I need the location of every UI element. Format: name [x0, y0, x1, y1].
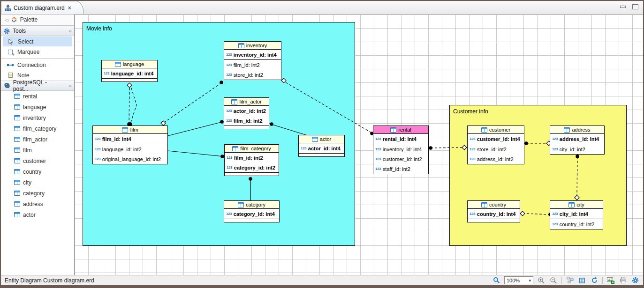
sidebar-table-language[interactable]: language [1, 102, 74, 112]
column-row-store_id[interactable]: 123store_id: int2 [224, 70, 281, 80]
column-row-category_id[interactable]: 123category_id: int2 [225, 162, 279, 172]
connection-inventory-film[interactable] [165, 83, 221, 122]
zoom-out-icon[interactable] [549, 277, 558, 284]
arrange-diagram-icon[interactable] [566, 277, 574, 284]
entity-header[interactable]: customer [468, 126, 524, 134]
sidebar-table-country[interactable]: country [1, 166, 74, 177]
column-row-inventory_id[interactable]: 123inventory_id: int4 [224, 50, 281, 59]
refresh-icon[interactable] [590, 277, 599, 284]
entity-header[interactable]: language [102, 60, 157, 68]
column-row-film_id[interactable]: 123film_id: int2 [225, 153, 279, 162]
column-row-address_id[interactable]: 123address_id: int4 [550, 134, 604, 144]
column-row-language_id[interactable]: 123language_id: int2 [93, 144, 167, 154]
settings-gear-icon[interactable] [631, 277, 639, 284]
connection-film_category-film[interactable] [168, 151, 223, 156]
connection-rental-customer[interactable] [431, 148, 462, 148]
column-row-actor_id[interactable]: 123actor_id: int2 [224, 106, 269, 116]
connection-rental-inventory[interactable] [286, 82, 372, 133]
zoom-level-select[interactable]: 100% ▾ [504, 276, 533, 284]
tab-close-icon[interactable]: × [68, 5, 71, 11]
column-row-address_id[interactable]: 123address_id: int2 [468, 154, 524, 164]
tool-item-marquee[interactable]: Marquee [3, 47, 72, 57]
erd-canvas[interactable]: Movie infoCustomer infolanguage123langua… [75, 15, 643, 275]
tool-item-connection[interactable]: Connection [3, 60, 72, 70]
column-row-customer_id[interactable]: 123customer_id: int2 [373, 154, 428, 164]
connection-city-country[interactable] [524, 214, 550, 214]
column-row-inventory_id[interactable]: 123inventory_id: int4 [373, 144, 428, 154]
entity-header[interactable]: film [93, 126, 167, 134]
entity-header[interactable]: inventory [224, 42, 281, 50]
column-row-city_id[interactable]: 123city_id: int2 [550, 144, 604, 154]
column-row-store_id[interactable]: 123store_id: int2 [468, 144, 524, 154]
entity-header[interactable]: film_category [225, 145, 279, 153]
entity-table-category[interactable]: category123category_id: int4 [224, 200, 280, 222]
entity-header[interactable]: rental [373, 126, 428, 134]
entity-table-city[interactable]: city123city_id: int4123country_id: int2 [550, 200, 603, 229]
column-row-actor_id[interactable]: 123actor_id: int4 [299, 143, 344, 153]
entity-table-film_actor[interactable]: film_actor123actor_id: int2123film_id: i… [224, 97, 269, 129]
column-row-film_id[interactable]: 123film_id: int4 [93, 134, 167, 144]
save-image-icon[interactable] [606, 277, 615, 284]
column-label: film_id: int2 [234, 118, 263, 124]
entity-table-customer[interactable]: customer123customer_id: int4123store_id:… [467, 126, 524, 164]
entity-header[interactable]: actor [299, 135, 344, 143]
column-row-rental_id[interactable]: 123rental_id: int4 [373, 134, 428, 144]
column-row-customer_id[interactable]: 123customer_id: int4 [468, 134, 524, 144]
palette-header[interactable]: ◁ Palette [1, 15, 74, 26]
column-row-language_id[interactable]: 123language_id: int4 [102, 68, 157, 78]
sidebar-table-actor[interactable]: actor [1, 209, 74, 220]
numeric-type-icon: 123 [226, 73, 232, 77]
column-row-film_id[interactable]: 123film_id: int2 [224, 60, 281, 70]
search-magnifier-icon[interactable] [492, 277, 500, 284]
entity-table-language[interactable]: language123language_id: int4 [101, 60, 158, 82]
print-icon[interactable] [619, 277, 627, 284]
connection-address-city[interactable] [577, 156, 577, 195]
numeric-type-icon: 123 [95, 157, 100, 161]
connection-film-language[interactable] [130, 88, 136, 124]
sidebar-table-film[interactable]: film [1, 145, 74, 155]
sidebar-table-category[interactable]: category [1, 188, 74, 199]
fk-end-dot [220, 81, 223, 84]
connection-film_actor-film[interactable] [168, 122, 223, 136]
entity-header[interactable]: address [550, 126, 604, 134]
connection-film-language[interactable] [129, 88, 129, 124]
column-row-staff_id[interactable]: 123staff_id: int2 [373, 164, 428, 174]
column-row-original_language_id[interactable]: 123original_language_id: int2 [93, 154, 167, 164]
entity-table-film[interactable]: film123film_id: int4123language_id: int2… [92, 126, 168, 164]
entity-header[interactable]: category [224, 201, 279, 209]
sidebar-table-city[interactable]: city [1, 177, 74, 188]
collapse-tools-icon[interactable]: ‹› [69, 28, 71, 34]
entity-header[interactable]: film_actor [224, 98, 269, 106]
tool-item-note[interactable]: Note [3, 70, 72, 80]
toggle-grid-icon[interactable] [578, 277, 586, 284]
collapse-db-icon[interactable]: ‹› [69, 83, 71, 89]
column-row-city_id[interactable]: 123city_id: int4 [550, 209, 603, 219]
tools-section-header[interactable]: Tools ‹› [1, 26, 74, 36]
sidebar-table-inventory[interactable]: inventory [1, 112, 74, 123]
entity-table-inventory[interactable]: inventory123inventory_id: int4123film_id… [224, 41, 281, 80]
collapse-palette-icon[interactable]: ◁ [5, 17, 8, 22]
entity-table-film_category[interactable]: film_category123film_id: int2123category… [224, 144, 279, 176]
minimize-view-icon[interactable] [620, 6, 626, 8]
maximize-view-icon[interactable] [632, 4, 638, 9]
zoom-in-icon[interactable] [537, 277, 546, 284]
tab-custom-diagram[interactable]: Custom diagram.erd × [1, 1, 84, 14]
sidebar-table-film_category[interactable]: film_category [1, 123, 74, 134]
entity-header[interactable]: city [550, 201, 603, 209]
sidebar-table-film_actor[interactable]: film_actor [1, 134, 74, 145]
column-row-category_id[interactable]: 123category_id: int4 [224, 209, 279, 219]
column-row-film_id[interactable]: 123film_id: int2 [224, 116, 269, 126]
sidebar-table-customer[interactable]: customer [1, 155, 74, 166]
entity-table-actor[interactable]: actor123actor_id: int4 [298, 135, 345, 157]
column-row-country_id[interactable]: 123country_id: int2 [550, 219, 603, 229]
postgresql-section-header[interactable]: PostgreSQL - post... ‹› [1, 81, 74, 91]
tool-item-select[interactable]: Select [3, 37, 72, 46]
entity-header[interactable]: country [468, 201, 520, 209]
entity-table-address[interactable]: address123address_id: int4123city_id: in… [550, 126, 605, 155]
sidebar-table-address[interactable]: address [1, 199, 74, 209]
sidebar-table-rental[interactable]: rental [1, 91, 74, 102]
column-row-country_id[interactable]: 123country_id: int4 [468, 209, 520, 219]
entity-table-rental[interactable]: rental123rental_id: int4123inventory_id:… [373, 126, 429, 174]
entity-table-country[interactable]: country123country_id: int4 [467, 200, 520, 222]
connection-film_actor-actor[interactable] [269, 124, 307, 135]
